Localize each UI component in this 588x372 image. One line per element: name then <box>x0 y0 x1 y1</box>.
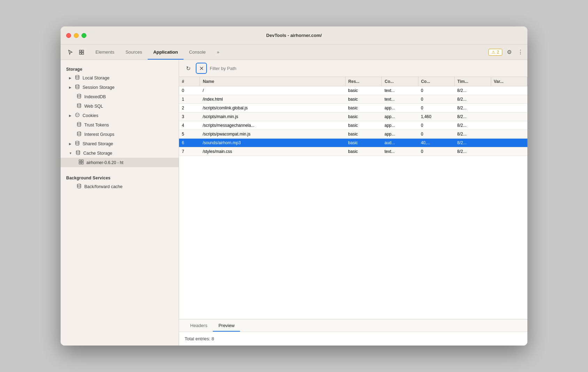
sidebar-item-local-storage[interactable]: ▶ Local Storage <box>61 73 179 83</box>
database-icon-bfcache <box>77 184 82 189</box>
cell-co2: 1,460 <box>418 113 454 121</box>
cell-co1: app... <box>382 104 418 113</box>
interest-groups-label: Interest Groups <box>84 132 114 137</box>
bottom-panel: Headers Preview Total entries: 8 <box>179 319 527 346</box>
database-icon-session <box>75 84 80 90</box>
table-row[interactable]: 6/sounds/airhorn.mp3basicaud...40,...8/2… <box>179 139 527 147</box>
cell-tim: 8/2... <box>455 130 491 139</box>
bottom-content: Total entries: 8 <box>179 332 527 346</box>
warning-badge[interactable]: ⚠ 2 <box>488 49 502 56</box>
sidebar: Storage ▶ Local Storage ▶ Session Storag… <box>61 60 179 346</box>
maximize-button[interactable] <box>82 33 86 38</box>
cell-num: 3 <box>179 113 200 121</box>
airhorner-cache-label: airhorner-0.6.20 - ht <box>86 160 123 165</box>
sidebar-item-cookies[interactable]: ▶ Cookies <box>61 111 179 120</box>
sidebar-item-indexeddb[interactable]: IndexedDB <box>61 92 179 101</box>
cell-var <box>491 130 527 139</box>
cell-co2: 40,... <box>418 139 454 147</box>
web-sql-label: Web SQL <box>84 104 103 109</box>
sidebar-item-back-forward-cache[interactable]: Back/forward cache <box>61 182 179 191</box>
tab-headers[interactable]: Headers <box>185 319 213 332</box>
cell-tim: 8/2... <box>455 104 491 113</box>
database-icon-trust <box>77 122 82 128</box>
cell-co2: 0 <box>418 104 454 113</box>
col-header-co1: Co... <box>382 77 418 86</box>
cell-tim: 8/2... <box>455 95 491 104</box>
shared-storage-label: Shared Storage <box>83 141 113 146</box>
database-icon-websql <box>77 103 82 109</box>
cell-var <box>491 104 527 113</box>
tab-more[interactable]: » <box>211 45 225 60</box>
close-button[interactable] <box>66 33 71 38</box>
cell-res: basic <box>345 130 381 139</box>
table-body: 0/basictext...08/2...1/index.htmlbasicte… <box>179 86 527 156</box>
tab-bar-right: ⚠ 2 ⚙ ⋮ <box>488 45 525 60</box>
expand-arrow-cache-storage: ▼ <box>69 152 72 155</box>
cell-co2: 0 <box>418 121 454 130</box>
table-row[interactable]: 4/scripts/messagechannela...basicapp...0… <box>179 121 527 130</box>
tab-console[interactable]: Console <box>184 45 211 60</box>
cell-name: /sounds/airhorn.mp3 <box>200 139 346 147</box>
table-row[interactable]: 2/scripts/comlink.global.jsbasicapp...08… <box>179 104 527 113</box>
cell-var <box>491 95 527 104</box>
col-header-num: # <box>179 77 200 86</box>
settings-icon[interactable]: ⚙ <box>505 48 513 56</box>
tab-elements[interactable]: Elements <box>90 45 120 60</box>
sidebar-item-airhorner-cache[interactable]: airhorner-0.6.20 - ht <box>61 158 179 167</box>
title-bar: DevTools - airhorner.com/ <box>61 26 527 45</box>
warning-icon: ⚠ <box>492 50 495 55</box>
cell-co1: aud... <box>382 139 418 147</box>
svg-point-10 <box>78 114 78 115</box>
svg-point-5 <box>76 85 79 86</box>
clear-button[interactable]: ✕ <box>196 63 207 74</box>
cell-num: 7 <box>179 147 200 156</box>
svg-rect-1 <box>82 50 84 52</box>
cell-num: 5 <box>179 130 200 139</box>
cell-res: basic <box>345 113 381 121</box>
cell-res: basic <box>345 147 381 156</box>
cell-var <box>491 147 527 156</box>
svg-point-14 <box>76 141 79 142</box>
expand-arrow-cookies: ▶ <box>69 114 71 117</box>
tab-application[interactable]: Application <box>148 45 184 60</box>
more-options-icon[interactable]: ⋮ <box>516 48 525 56</box>
cell-name: /scripts/comlink.global.js <box>200 104 346 113</box>
col-header-res: Res... <box>345 77 381 86</box>
cell-res: basic <box>345 86 381 95</box>
table-row[interactable]: 3/scripts/main.min.jsbasicapp...1,4608/2… <box>179 113 527 121</box>
minimize-button[interactable] <box>74 33 79 38</box>
svg-rect-19 <box>82 162 83 164</box>
inspect-icon[interactable] <box>77 48 86 56</box>
col-header-name: Name <box>200 77 346 86</box>
tab-sources[interactable]: Sources <box>120 45 148 60</box>
table-row[interactable]: 1/index.htmlbasictext...08/2... <box>179 95 527 104</box>
sidebar-item-session-storage[interactable]: ▶ Session Storage <box>61 83 179 92</box>
tab-preview[interactable]: Preview <box>213 319 240 332</box>
cell-var <box>491 86 527 95</box>
cell-co2: 0 <box>418 130 454 139</box>
col-header-var: Var... <box>491 77 527 86</box>
storage-section-label: Storage <box>61 64 179 73</box>
svg-rect-17 <box>82 160 83 162</box>
sidebar-item-trust-tokens[interactable]: Trust Tokens <box>61 120 179 130</box>
filter-input[interactable] <box>210 66 523 71</box>
table-row[interactable]: 7/styles/main.cssbasictext...08/2... <box>179 147 527 156</box>
sidebar-item-shared-storage[interactable]: ▶ Shared Storage <box>61 139 179 148</box>
sidebar-item-interest-groups[interactable]: Interest Groups <box>61 130 179 139</box>
svg-point-9 <box>76 114 77 115</box>
table-row[interactable]: 5/scripts/pwacompat.min.jsbasicapp...08/… <box>179 130 527 139</box>
svg-point-4 <box>76 75 79 77</box>
sidebar-item-cache-storage[interactable]: ▼ Cache Storage <box>61 148 179 158</box>
svg-rect-2 <box>79 53 81 54</box>
cache-storage-label: Cache Storage <box>83 151 112 156</box>
sidebar-item-web-sql[interactable]: Web SQL <box>61 101 179 111</box>
session-storage-label: Session Storage <box>83 85 115 90</box>
svg-point-6 <box>77 94 81 95</box>
refresh-button[interactable]: ↻ <box>183 63 193 73</box>
cell-tim: 8/2... <box>455 113 491 121</box>
svg-rect-3 <box>82 53 84 54</box>
cell-name: /scripts/messagechannela... <box>200 121 346 130</box>
cell-name: /index.html <box>200 95 346 104</box>
cursor-icon[interactable] <box>66 48 75 56</box>
table-row[interactable]: 0/basictext...08/2... <box>179 86 527 95</box>
